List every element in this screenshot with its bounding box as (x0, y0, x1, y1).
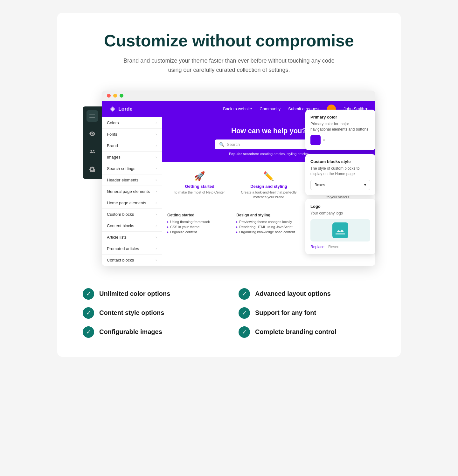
svg-rect-2 (89, 118, 95, 118)
replace-button[interactable]: Replace (310, 245, 324, 249)
app-logo-text: Lorde (118, 106, 132, 112)
chevron-right-icon: › (156, 132, 157, 136)
logo-actions: Replace Revert (310, 245, 370, 249)
card-1: 🚀 Getting started to make the most of He… (167, 167, 232, 204)
links-col-title-1: Getting started (167, 213, 232, 217)
menu-item-label: Header elements (107, 178, 138, 182)
card-title-1: Getting started (170, 184, 229, 189)
chevron-right-icon: › (156, 155, 157, 159)
chevron-down-icon: ▾ (323, 138, 325, 142)
check-icon-5: ✓ (83, 326, 94, 338)
menu-item-contact-blocks[interactable]: Contact blocks › (102, 255, 162, 266)
revert-button[interactable]: Revert (328, 245, 339, 249)
logo-popup-desc: Your company logo (310, 211, 370, 216)
links-col-1: Getting started Using theming framework … (167, 213, 232, 235)
app-logo: Lorde (109, 106, 132, 112)
check-icon-3: ✓ (83, 307, 94, 319)
logo-icon (332, 222, 348, 238)
card-2: ✏️ Design and styling Create a look-and-… (236, 167, 301, 204)
logo-popup: Logo Your company logo Replace Revert (305, 199, 375, 254)
page-subtitle: Brand and customize your theme faster th… (121, 56, 337, 75)
chevron-right-icon: › (156, 247, 157, 250)
popular-label: Popular searches: (229, 152, 259, 156)
card-icon-1: 🚀 (170, 171, 229, 181)
logo-area (310, 219, 370, 241)
nav-back[interactable]: Back to website (223, 106, 252, 111)
menu-item-header[interactable]: Header elements › (102, 174, 162, 186)
links-col-title-2: Design and styling (236, 213, 301, 217)
sidebar-icon-users[interactable] (87, 146, 98, 157)
menu-item-label: General page elements (107, 189, 150, 194)
menu-item-label: Article lists (107, 235, 127, 240)
search-placeholder: Search (227, 142, 240, 147)
check-icon-2: ✓ (239, 288, 250, 300)
menu-item-brand[interactable]: Brand › (102, 140, 162, 152)
menu-item-fonts[interactable]: Fonts › (102, 129, 162, 140)
feature-text-2: Advanced layout options (255, 290, 331, 297)
link-item[interactable]: Organizing knowledge base content (236, 229, 301, 235)
chevron-right-icon: › (156, 212, 157, 216)
custom-blocks-desc: The style of custom blocks to display on… (310, 166, 370, 177)
links-col-2: Design and styling Previewing theme chan… (236, 213, 301, 235)
link-item[interactable]: Previewing theme changes locally (236, 219, 301, 224)
menu-item-label: Contact blocks (107, 258, 134, 262)
chevron-right-icon: › (156, 258, 157, 262)
popular-items: creating articles, styling articles (260, 152, 309, 156)
menu-item-label: Brand (107, 143, 118, 148)
color-swatch[interactable] (310, 135, 321, 145)
menu-item-images[interactable]: Images › (102, 152, 162, 163)
feature-item-3: ✓ Content style options (83, 307, 219, 319)
sidebar-icon-eye[interactable] (87, 128, 98, 139)
sidebar-icon-gear[interactable] (87, 164, 98, 175)
menu-item-article-lists[interactable]: Article lists › (102, 232, 162, 243)
menu-item-colors[interactable]: Colors › (102, 117, 162, 129)
color-swatch-row: ▾ (310, 135, 370, 145)
menu-item-label: Home page elements (107, 201, 146, 205)
feature-item-6: ✓ Complete branding control (239, 326, 375, 338)
chevron-right-icon: › (156, 224, 157, 228)
feature-item-5: ✓ Configurable images (83, 326, 219, 338)
search-icon: 🔍 (219, 142, 224, 147)
card-icon-2: ✏️ (239, 171, 298, 181)
menu-item-general[interactable]: General page elements › (102, 186, 162, 197)
card-title-2: Design and styling (239, 184, 298, 189)
menu-item-label: Search settings (107, 166, 135, 171)
menu-item-promoted[interactable]: Promoted articles › (102, 243, 162, 255)
minimize-dot (113, 94, 117, 98)
link-item[interactable]: CSS in your theme (167, 224, 232, 229)
svg-point-3 (91, 150, 92, 151)
check-icon-4: ✓ (239, 307, 250, 319)
chevron-right-icon: › (156, 235, 157, 239)
feature-text-3: Content style options (99, 309, 164, 316)
menu-item-search[interactable]: Search settings › (102, 163, 162, 174)
svg-rect-1 (89, 116, 95, 116)
screenshot-wrapper: Lorde Back to website Community Submit a… (83, 91, 375, 266)
feature-item-2: ✓ Advanced layout options (239, 288, 375, 300)
feature-item-4: ✓ Support for any font (239, 307, 375, 319)
menu-item-home[interactable]: Home page elements › (102, 197, 162, 209)
menu-item-label: Images (107, 155, 121, 160)
menu-item-label: Content blocks (107, 223, 134, 228)
sidebar-icon-menu[interactable] (87, 110, 98, 122)
primary-color-title: Primary color (310, 115, 370, 119)
svg-rect-0 (89, 114, 95, 114)
chevron-right-icon: › (156, 178, 157, 182)
menu-item-content-blocks[interactable]: Content blocks › (102, 220, 162, 232)
logo-popup-title: Logo (310, 204, 370, 209)
menu-item-label: Custom blocks (107, 212, 134, 217)
svg-point-4 (93, 150, 94, 152)
card-desc-1: to make the most of Help Center (170, 190, 229, 195)
custom-blocks-title: Custom blocks style (310, 159, 370, 164)
feature-text-5: Configurable images (99, 328, 162, 336)
menu-item-custom-blocks[interactable]: Custom blocks › (102, 209, 162, 220)
primary-color-popup: Primary color Primary color for major na… (305, 110, 375, 151)
feature-text-1: Unlimited color options (99, 290, 170, 297)
custom-blocks-select[interactable]: Boxes ▾ (310, 180, 370, 190)
link-item[interactable]: Organize content (167, 229, 232, 235)
link-item[interactable]: Rendering HTML using JavaScript (236, 224, 301, 229)
nav-community[interactable]: Community (260, 106, 281, 111)
menu-item-label: Promoted articles (107, 246, 139, 251)
custom-blocks-popup: Custom blocks style The style of custom … (305, 154, 375, 195)
link-item[interactable]: Using theming framework (167, 219, 232, 224)
select-value: Boxes (315, 183, 325, 187)
